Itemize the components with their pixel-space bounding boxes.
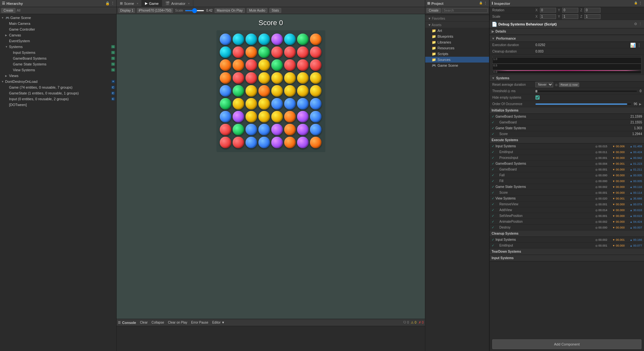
- console-clear-btn[interactable]: Clear: [139, 320, 149, 325]
- sys-check-icon[interactable]: ✓: [492, 208, 494, 212]
- sys-row-destroy: ✓Destroy◎ 00.000▼ 00.000▲ 00.007: [490, 225, 644, 230]
- sys-val3: ▲ 00.007: [626, 226, 642, 229]
- project-folder-resources[interactable]: 📁Resources: [425, 45, 489, 51]
- project-folder-scripts[interactable]: 📁Scripts: [425, 51, 489, 57]
- project-folder-libraries[interactable]: 📁Libraries: [425, 39, 489, 45]
- hierarchy-title: Hierarchy: [6, 2, 23, 5]
- sys-check-icon[interactable]: ✓: [492, 244, 494, 247]
- hierarchy-item-systems[interactable]: ▼SystemsS: [0, 44, 116, 50]
- rotation-y[interactable]: [562, 8, 578, 13]
- rotation-z[interactable]: [584, 8, 601, 13]
- sys-row-emitinput: ✓EmitInput◎ 00.011▼ 00.000▲ 00.424: [490, 149, 644, 155]
- hierarchy-badge: C: [111, 92, 115, 95]
- hierarchy-item-game-scene[interactable]: ▼🎮Game Scene: [0, 15, 116, 21]
- console-error-pause-btn[interactable]: Error Pause: [190, 320, 209, 325]
- hierarchy-item-main-camera[interactable]: Main Camera: [0, 21, 116, 26]
- sys-check-icon[interactable]: ✓: [492, 173, 494, 177]
- rotation-x[interactable]: [540, 8, 556, 13]
- sys-check-icon[interactable]: ✓: [492, 156, 494, 160]
- hierarchy-item-input-entities[interactable]: Input (0 entities, 0 reusable, 2 groups)…: [0, 96, 116, 102]
- exec-more-icon[interactable]: ⋮: [637, 43, 641, 48]
- sys-check-icon[interactable]: ✓: [492, 226, 494, 229]
- threshold-slider[interactable]: [535, 91, 637, 92]
- sys-check-icon[interactable]: ✓: [492, 179, 494, 183]
- hierarchy-all-btn[interactable]: All: [17, 9, 20, 12]
- execution-duration-row: Execution duration 0.0292 📊 ⋮: [490, 42, 644, 48]
- sys-check-icon[interactable]: ✓: [492, 150, 494, 154]
- sys-val1: ◎ 00.004: [591, 162, 607, 165]
- tab-close-scene[interactable]: ×: [137, 2, 138, 5]
- hierarchy-badge: C: [111, 97, 115, 101]
- sys-check-icon[interactable]: ✓: [492, 214, 494, 218]
- add-component-btn[interactable]: Add Component: [492, 339, 641, 349]
- hide-empty-checkbox[interactable]: [535, 95, 540, 100]
- reset-avg-dropdown[interactable]: Never: [535, 82, 553, 87]
- tab-scene[interactable]: ⊞Scene×: [117, 0, 142, 7]
- gem-0-1: [233, 34, 244, 45]
- hierarchy-item-gameboard-systems[interactable]: GameBoard SystemsS: [0, 55, 116, 61]
- sys-check-icon[interactable]: ✓: [492, 202, 494, 206]
- scale-slider[interactable]: [185, 10, 204, 11]
- hierarchy-item-game-controller[interactable]: Game Controller: [0, 26, 116, 32]
- project-game-scene[interactable]: 🎮 Game Scene: [425, 63, 489, 68]
- hierarchy-item-canvas[interactable]: ▶Canvas: [0, 32, 116, 38]
- exec-icons: 📊 ⋮: [630, 43, 641, 48]
- hierarchy-item-dotween[interactable]: [DOTween]: [0, 102, 116, 108]
- hierarchy-item-event-system[interactable]: EventSystem: [0, 38, 116, 44]
- console-title: Console: [122, 321, 136, 325]
- sys-check-icon[interactable]: ✓: [492, 162, 494, 165]
- tab-animator[interactable]: 🎬Animator×: [162, 0, 193, 7]
- hierarchy-item-game-entities[interactable]: Game (74 entities, 0 reusable, 7 groups)…: [0, 84, 116, 90]
- inspector-more: ⋮: [639, 1, 642, 5]
- sys-check-icon[interactable]: ✓: [492, 197, 494, 200]
- project-search[interactable]: [442, 8, 488, 13]
- hierarchy-item-dontdestroyonload[interactable]: ▼DontDestroyOnLoad=: [0, 79, 116, 84]
- exec-graph-icon[interactable]: 📊: [630, 43, 636, 48]
- maximize-on-play-btn[interactable]: Maximize On Play: [215, 8, 245, 13]
- resolution-selector[interactable]: iPhone670 (1334×750): [137, 8, 173, 13]
- sys-check-icon[interactable]: ✓: [492, 191, 494, 194]
- hierarchy-create-btn[interactable]: Create: [1, 8, 15, 13]
- sys-check-icon[interactable]: ✓: [492, 115, 494, 118]
- scale-z[interactable]: [584, 14, 601, 19]
- sys-check-icon[interactable]: ✓: [492, 185, 494, 189]
- hierarchy-item-game-state-systems[interactable]: Game State SystemsS: [0, 61, 116, 67]
- project-create-btn[interactable]: Create: [427, 8, 441, 13]
- hierarchy-item-views[interactable]: ▶Views: [0, 73, 116, 79]
- hierarchy-item-view-systems[interactable]: View SystemsS: [0, 67, 116, 73]
- tab-label: Game: [149, 2, 159, 5]
- console-collapse-btn[interactable]: Collapse: [150, 320, 165, 325]
- component-more-icon[interactable]: ⋮: [639, 22, 642, 26]
- sys-val: 21.1599: [630, 115, 642, 118]
- console-editor-btn[interactable]: Editor ▼: [211, 320, 226, 325]
- component-settings-icon[interactable]: ⚙: [634, 22, 637, 26]
- sys-row-fill: ✓Fill◎ 00.000▼ 00.000▲ 00.005: [490, 178, 644, 184]
- sys-check-icon[interactable]: ✓: [492, 220, 494, 223]
- sys-check-icon[interactable]: ✓: [492, 126, 494, 130]
- reset-now-btn[interactable]: Reset ◎ now: [559, 83, 579, 87]
- project-folder-art[interactable]: 📁Art: [425, 28, 489, 34]
- sys-name: Input Systems: [495, 144, 591, 148]
- sys-check-icon[interactable]: ✓: [492, 168, 494, 171]
- tab-game[interactable]: ▶Game: [142, 0, 162, 7]
- scale-y[interactable]: [562, 14, 578, 19]
- sys-check-icon[interactable]: ✓: [492, 238, 494, 241]
- display-selector[interactable]: Display 1: [119, 8, 135, 13]
- project-folder-sources[interactable]: 📁Sources: [425, 57, 489, 63]
- hierarchy-item-input-systems[interactable]: Input SystemsS: [0, 50, 116, 55]
- scale-x[interactable]: [540, 14, 556, 19]
- project-folder-blueprints[interactable]: 📁Blueprints: [425, 34, 489, 39]
- sys-check-icon[interactable]: ✓: [492, 121, 494, 124]
- console-clear-on-play-btn[interactable]: Clear on Play: [167, 320, 188, 325]
- gem-8-6: [297, 137, 309, 148]
- sys-check-icon[interactable]: ✓: [492, 144, 494, 148]
- sys-val2: ▼ 00.000: [609, 244, 625, 247]
- console-panel: ☰ Console Clear Collapse Clear on Play E…: [117, 319, 425, 351]
- mute-audio-btn[interactable]: Mute Audio: [247, 8, 267, 13]
- hierarchy-item-gamestate-entities[interactable]: GameState (1 entities, 0 reusable, 1 gro…: [0, 90, 116, 96]
- sys-check-icon[interactable]: ✓: [492, 132, 494, 136]
- folder-label: Sources: [437, 58, 450, 62]
- stats-btn[interactable]: Stats: [269, 8, 281, 13]
- tab-close-animator[interactable]: ×: [188, 2, 189, 5]
- project-assets-header: ▼ Assets: [425, 22, 489, 28]
